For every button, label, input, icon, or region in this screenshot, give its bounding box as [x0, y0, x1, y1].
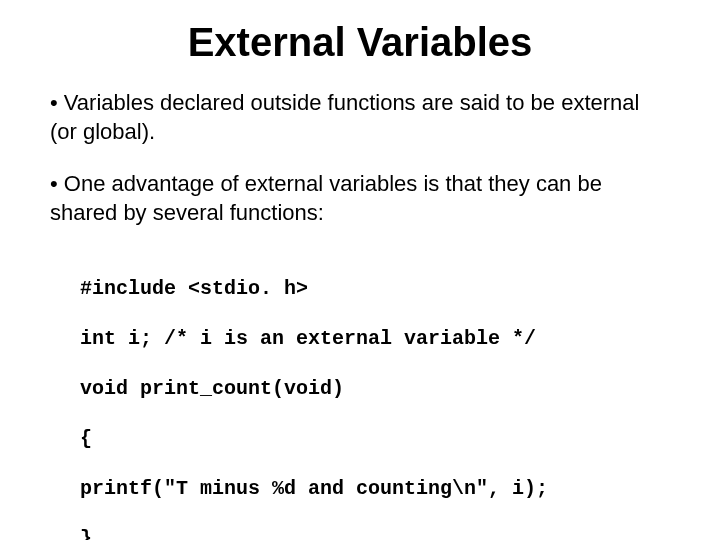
slide-title: External Variables — [50, 20, 670, 65]
bullet-1: • Variables declared outside functions a… — [50, 89, 670, 146]
code-line: #include <stdio. h> — [80, 276, 670, 301]
code-line: void print_count(void) — [80, 376, 670, 401]
code-line: { — [80, 426, 670, 451]
code-line: } — [80, 526, 670, 540]
code-block: #include <stdio. h> int i; /* i is an ex… — [80, 251, 670, 540]
bullet-2: • One advantage of external variables is… — [50, 170, 670, 227]
code-line: printf("T minus %d and counting\n", i); — [80, 476, 670, 501]
code-line: int i; /* i is an external variable */ — [80, 326, 670, 351]
